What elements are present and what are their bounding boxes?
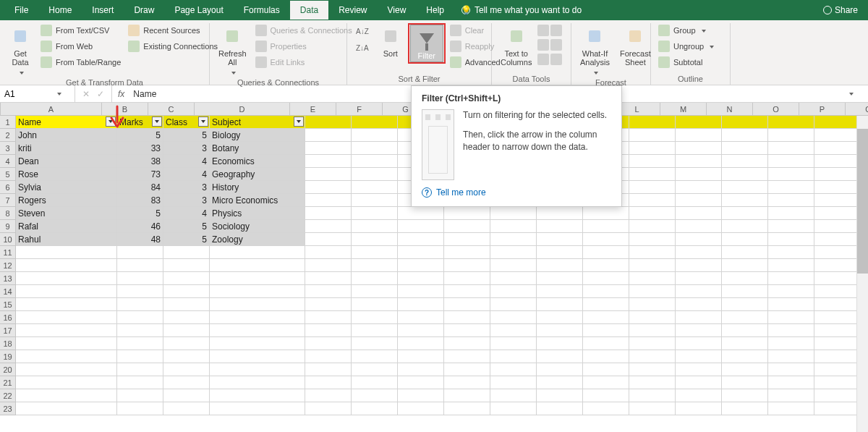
cell-E14[interactable] [305, 285, 352, 298]
cell-P16[interactable] [814, 311, 861, 324]
cell-E7[interactable] [305, 194, 352, 207]
cell-C23[interactable] [163, 402, 210, 415]
cell-P7[interactable] [814, 194, 861, 207]
cell-K11[interactable] [583, 246, 629, 259]
cell-I11[interactable] [490, 246, 537, 259]
cell-D14[interactable] [210, 285, 305, 298]
cell-H23[interactable] [444, 402, 490, 415]
cell-E21[interactable] [305, 376, 352, 389]
cell-H15[interactable] [444, 298, 490, 311]
cell-A10[interactable]: Rahul [16, 233, 117, 246]
cell-F1[interactable] [352, 116, 398, 129]
cell-B15[interactable] [117, 298, 163, 311]
tab-view[interactable]: View [378, 1, 417, 20]
cell-B5[interactable]: 73 [117, 168, 163, 181]
cell-O23[interactable] [768, 402, 814, 415]
cell-O6[interactable] [768, 181, 814, 194]
cell-A16[interactable] [16, 311, 117, 324]
cell-B17[interactable] [117, 324, 163, 337]
cell-P8[interactable] [814, 207, 861, 220]
filter-dropdown-subject[interactable] [294, 117, 304, 127]
formula-content[interactable]: Name [130, 89, 156, 99]
cell-A17[interactable] [16, 324, 117, 337]
cell-H9[interactable] [444, 220, 490, 233]
cell-E22[interactable] [305, 389, 352, 402]
cell-L13[interactable] [629, 272, 676, 285]
cell-J8[interactable] [537, 207, 583, 220]
cell-F5[interactable] [352, 168, 398, 181]
cell-H21[interactable] [444, 376, 490, 389]
cell-O8[interactable] [768, 207, 814, 220]
cell-P23[interactable] [814, 402, 861, 415]
cell-F20[interactable] [352, 363, 398, 376]
cell-J9[interactable] [537, 220, 583, 233]
cell-F12[interactable] [352, 259, 398, 272]
cell-F18[interactable] [352, 337, 398, 350]
cell-M6[interactable] [676, 181, 722, 194]
cell-C11[interactable] [163, 246, 210, 259]
cell-H13[interactable] [444, 272, 490, 285]
cell-F8[interactable] [352, 207, 398, 220]
cell-A2[interactable]: John [16, 129, 117, 142]
row-header-4[interactable]: 4 [0, 155, 16, 168]
cell-M5[interactable] [676, 168, 722, 181]
row-header-23[interactable]: 23 [0, 402, 16, 415]
flash-fill-icon[interactable] [537, 25, 549, 36]
cell-M14[interactable] [676, 285, 722, 298]
cell-L12[interactable] [629, 259, 676, 272]
remove-dup-icon[interactable] [537, 39, 549, 51]
cell-N16[interactable] [722, 311, 768, 324]
fx-icon[interactable]: fx [112, 89, 130, 99]
cell-A8[interactable]: Steven [16, 207, 117, 220]
cell-D10[interactable]: Zoology [210, 233, 305, 246]
row-header-20[interactable]: 20 [0, 363, 16, 376]
cell-B19[interactable] [117, 350, 163, 363]
cell-M7[interactable] [676, 194, 722, 207]
cell-I17[interactable] [490, 324, 537, 337]
cell-B4[interactable]: 38 [117, 155, 163, 168]
cell-P11[interactable] [814, 246, 861, 259]
cell-D9[interactable]: Sociology [210, 220, 305, 233]
cell-B23[interactable] [117, 402, 163, 415]
cell-H20[interactable] [444, 363, 490, 376]
sort-az-button[interactable]: A↓Z [353, 26, 372, 37]
cell-P5[interactable] [814, 168, 861, 181]
cell-A12[interactable] [16, 259, 117, 272]
cell-D20[interactable] [210, 363, 305, 376]
cell-B21[interactable] [117, 376, 163, 389]
cell-P18[interactable] [814, 337, 861, 350]
cell-E9[interactable] [305, 220, 352, 233]
cell-O18[interactable] [768, 337, 814, 350]
col-header-D[interactable]: D [195, 103, 290, 115]
cell-H12[interactable] [444, 259, 490, 272]
cell-M23[interactable] [676, 402, 722, 415]
forecast-sheet-button[interactable]: Forecast Sheet [616, 23, 655, 68]
cell-J15[interactable] [537, 298, 583, 311]
cell-I19[interactable] [490, 350, 537, 363]
cell-M11[interactable] [676, 246, 722, 259]
cancel-icon[interactable]: ✕ [82, 89, 90, 99]
cell-O20[interactable] [768, 363, 814, 376]
cell-N17[interactable] [722, 324, 768, 337]
cell-N4[interactable] [722, 155, 768, 168]
cell-P2[interactable] [814, 129, 861, 142]
filter-dropdown-name[interactable] [106, 117, 116, 127]
cell-M21[interactable] [676, 376, 722, 389]
col-header-B[interactable]: B [102, 103, 148, 115]
cell-L7[interactable] [629, 194, 676, 207]
tab-home[interactable]: Home [38, 1, 82, 20]
cell-M4[interactable] [676, 155, 722, 168]
cell-N7[interactable] [722, 194, 768, 207]
cell-L20[interactable] [629, 363, 676, 376]
cell-M18[interactable] [676, 337, 722, 350]
cell-C14[interactable] [163, 285, 210, 298]
data-model-icon[interactable] [550, 54, 562, 65]
sort-za-button[interactable]: Z↓A [353, 43, 372, 54]
cell-A21[interactable] [16, 376, 117, 389]
cell-A23[interactable] [16, 402, 117, 415]
cell-M15[interactable] [676, 298, 722, 311]
cell-N11[interactable] [722, 246, 768, 259]
cell-B8[interactable]: 5 [117, 207, 163, 220]
cell-F13[interactable] [352, 272, 398, 285]
col-header-C[interactable]: C [148, 103, 195, 115]
